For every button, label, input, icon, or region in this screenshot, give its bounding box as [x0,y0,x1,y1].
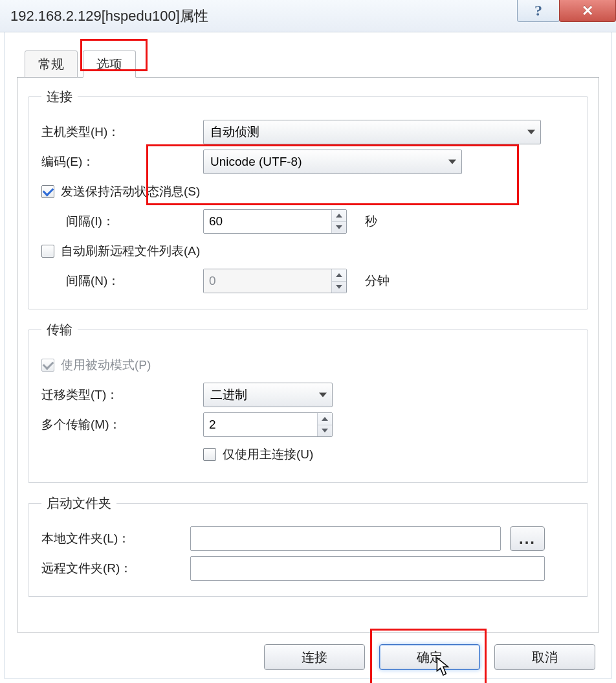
chevron-down-icon [527,130,535,135]
keepalive-interval-input[interactable] [204,210,331,233]
autorefresh-interval-input [204,269,331,293]
window-title: 192.168.2.129[hspedu100]属性 [10,6,208,26]
group-connection: 连接 主机类型(H)： 自动侦测 编码(E)： Unicode (UTF-8) [28,88,588,309]
checkbox-icon [41,245,54,258]
dialog-buttons: 连接 确定 取消 [5,636,611,678]
main-only-label: 仅使用主连接(U) [223,446,313,463]
keepalive-interval-label: 间隔(I)： [41,213,203,230]
checkbox-icon [203,448,216,461]
cancel-button[interactable]: 取消 [494,644,595,670]
autorefresh-checkbox[interactable]: 自动刷新远程文件列表(A) [41,243,200,260]
chevron-down-icon [319,393,327,397]
multi-transfer-spin[interactable] [203,412,333,437]
passive-label: 使用被动模式(P) [61,357,151,374]
remote-folder-label: 远程文件夹(R)： [41,560,190,577]
close-button[interactable]: ✕ [559,0,616,22]
host-type-value: 自动侦测 [210,124,259,140]
host-type-label: 主机类型(H)： [41,124,203,140]
autorefresh-unit: 分钟 [365,273,390,289]
ok-button[interactable]: 确定 [379,644,480,670]
autorefresh-interval-spin [203,269,347,293]
host-type-combo[interactable]: 自动侦测 [203,120,541,144]
autorefresh-interval-label: 间隔(N)： [41,273,203,289]
titlebar: 192.168.2.129[hspedu100]属性 ? ✕ [0,0,616,32]
help-button[interactable]: ? [517,0,560,22]
tab-options[interactable]: 选项 [83,50,136,78]
keepalive-unit: 秒 [365,213,377,230]
group-startup: 启动文件夹 本地文件夹(L)： ... 远程文件夹(R)： [28,495,588,597]
help-icon: ? [534,2,542,19]
spin-buttons [331,269,346,293]
transfer-type-combo[interactable]: 二进制 [203,383,333,407]
arrow-up-icon [336,214,342,218]
passive-checkbox: 使用被动模式(P) [41,357,151,374]
browse-button[interactable]: ... [510,526,545,551]
autorefresh-label: 自动刷新远程文件列表(A) [61,243,200,260]
encoding-combo[interactable]: Unicode (UTF-8) [203,150,462,174]
main-only-checkbox[interactable]: 仅使用主连接(U) [203,446,313,463]
checkbox-icon [41,359,54,372]
keepalive-interval-spin[interactable] [203,209,347,234]
encoding-value: Unicode (UTF-8) [210,155,302,169]
client-area: 常规 选项 连接 主机类型(H)： 自动侦测 编码(E)： Unic [4,32,612,679]
transfer-type-label: 迁移类型(T)： [41,386,203,403]
transfer-type-value: 二进制 [210,386,247,403]
local-folder-label: 本地文件夹(L)： [41,530,190,547]
chevron-down-icon [448,160,456,164]
properties-dialog: 192.168.2.129[hspedu100]属性 ? ✕ 常规 选项 连接 … [0,0,616,683]
group-transfer: 传输 使用被动模式(P) 迁移类型(T)： 二进制 多个传输(M)： [28,321,588,483]
arrow-down-icon [336,285,342,289]
local-folder-input[interactable] [190,526,501,551]
group-transfer-legend: 传输 [41,321,78,339]
multi-transfer-label: 多个传输(M)： [41,416,203,433]
arrow-down-icon [322,429,328,432]
connect-button[interactable]: 连接 [264,644,365,670]
group-connection-legend: 连接 [41,88,78,106]
arrow-up-icon [322,417,328,421]
remote-folder-input[interactable] [190,556,545,581]
tab-content: 连接 主机类型(H)： 自动侦测 编码(E)： Unicode (UTF-8) [17,78,599,633]
encoding-label: 编码(E)： [41,153,203,170]
arrow-down-icon [336,225,342,229]
keepalive-label: 发送保持活动状态消息(S) [61,183,200,200]
tab-general[interactable]: 常规 [25,50,78,78]
keepalive-checkbox[interactable]: 发送保持活动状态消息(S) [41,183,200,200]
multi-transfer-input[interactable] [204,413,317,436]
tabs: 常规 选项 [17,41,599,78]
close-icon: ✕ [582,3,593,19]
spin-buttons[interactable] [331,210,346,233]
spin-buttons[interactable] [317,413,332,436]
arrow-up-icon [336,273,342,277]
checkbox-icon [41,185,54,198]
group-startup-legend: 启动文件夹 [41,495,116,512]
